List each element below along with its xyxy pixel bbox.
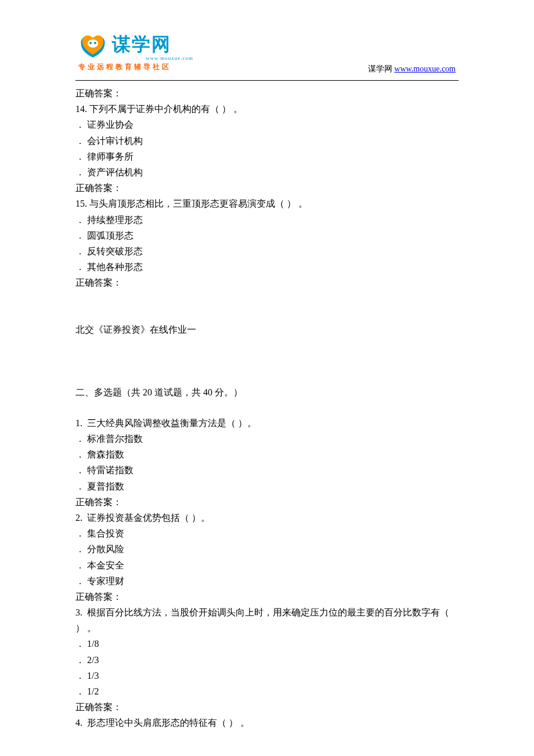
mquestion-3: 3. 根据百分比线方法，当股价开始调头向上时，用来确定压力位的最主要的百分比数字… bbox=[75, 604, 459, 636]
mquestion-2-option: ． 分散风险 bbox=[75, 541, 459, 557]
section-heading: 二、多选题（共 20 道试题，共 40 分。） bbox=[75, 384, 459, 400]
svg-point-1 bbox=[89, 42, 92, 44]
mquestion-2-option: ． 本金安全 bbox=[75, 557, 459, 573]
answer-label: 正确答案： bbox=[75, 699, 459, 715]
mquestion-1-option: ． 詹森指数 bbox=[75, 447, 459, 462]
question-15-option: ． 持续整理形态 bbox=[75, 212, 459, 228]
logo-icon bbox=[78, 34, 107, 59]
question-15-option: ． 圆弧顶形态 bbox=[75, 228, 459, 243]
section-title: 北交《证券投资》在线作业一 bbox=[75, 322, 459, 337]
header-site-link[interactable]: www.mouxue.com bbox=[394, 64, 456, 73]
logo-tagline: 专业远程教育辅导社区 bbox=[78, 62, 193, 72]
logo-brand-url: www.mouxue.com bbox=[146, 55, 193, 61]
question-14-option: ． 律师事务所 bbox=[75, 149, 459, 164]
answer-label: 正确答案： bbox=[75, 180, 459, 196]
mquestion-1: 1. 三大经典风险调整收益衡量方法是（ ）。 bbox=[75, 415, 459, 431]
site-logo: 谋学网 www.mouxue.com 专业远程教育辅导社区 bbox=[78, 32, 193, 72]
answer-label: 正确答案： bbox=[75, 589, 459, 604]
mquestion-4: 4. 形态理论中头肩底形态的特征有（ ） 。 bbox=[75, 715, 459, 730]
logo-brand-text: 谋学网 bbox=[112, 32, 193, 57]
mquestion-2-option: ． 专家理财 bbox=[75, 573, 459, 589]
header-right-label: 谋学网 www.mouxue.com bbox=[368, 64, 456, 74]
page-header: 谋学网 www.mouxue.com 专业远程教育辅导社区 谋学网 www.mo… bbox=[0, 0, 534, 75]
mquestion-2: 2. 证券投资基金优势包括（ ）。 bbox=[75, 510, 459, 525]
mquestion-1-option: ． 夏普指数 bbox=[75, 478, 459, 494]
mquestion-2-option: ． 集合投资 bbox=[75, 525, 459, 541]
svg-point-0 bbox=[88, 39, 98, 48]
mquestion-3-option: ． 1/3 bbox=[75, 668, 459, 683]
answer-label: 正确答案： bbox=[75, 494, 459, 510]
mquestion-3-option: ． 1/8 bbox=[75, 636, 459, 651]
mquestion-3-option: ． 2/3 bbox=[75, 652, 459, 668]
header-site-label: 谋学网 bbox=[368, 64, 395, 73]
mquestion-3-option: ． 1/2 bbox=[75, 683, 459, 699]
question-14: 14. 下列不属于证券中介机构的有（ ） 。 bbox=[75, 101, 459, 117]
question-15: 15. 与头肩顶形态相比，三重顶形态更容易演变成（ ） 。 bbox=[75, 196, 459, 211]
question-15-option: ． 其他各种形态 bbox=[75, 259, 459, 275]
mquestion-1-option: ． 特雷诺指数 bbox=[75, 462, 459, 478]
answer-label: 正确答案： bbox=[75, 85, 459, 101]
mquestion-1-option: ． 标准普尔指数 bbox=[75, 431, 459, 447]
question-14-option: ． 证券业协会 bbox=[75, 117, 459, 132]
question-15-option: ． 反转突破形态 bbox=[75, 243, 459, 259]
question-14-option: ． 资产评估机构 bbox=[75, 164, 459, 180]
document-body: 正确答案： 14. 下列不属于证券中介机构的有（ ） 。 ． 证券业协会 ． 会… bbox=[0, 81, 534, 731]
question-14-option: ． 会计审计机构 bbox=[75, 133, 459, 149]
answer-label: 正确答案： bbox=[75, 275, 459, 290]
svg-point-2 bbox=[94, 42, 96, 44]
